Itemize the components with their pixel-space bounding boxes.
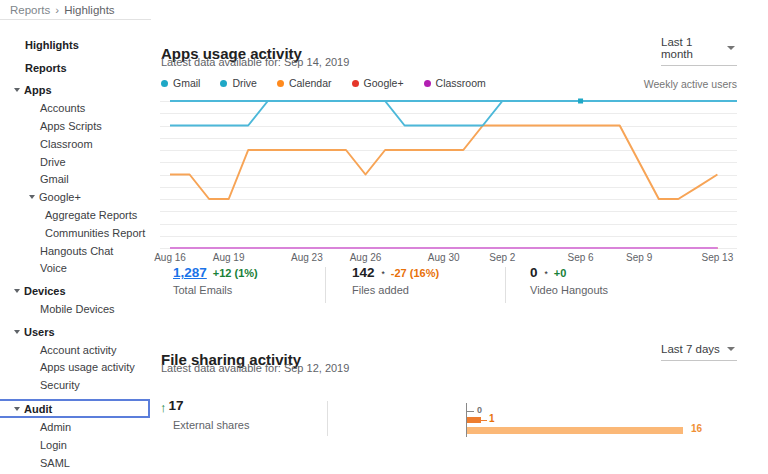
x-tick-label: Aug 26 [350, 252, 382, 263]
legend-item-drive: Drive [220, 77, 257, 89]
stat-files-added: 142*-27 (16%)Files added [352, 265, 439, 296]
legend-dot-google [352, 80, 359, 87]
legend-item-calendar: Calendar [277, 77, 332, 89]
sidebar-item-hangouts-chat[interactable]: Hangouts Chat [0, 242, 150, 260]
apps-usage-subtitle: Latest data available for: Sep 14, 2019 [161, 56, 349, 68]
chart-axis-note: Weekly active users [644, 78, 737, 90]
sidebar-item-label: Aggregate Reports [45, 209, 137, 221]
legend-label: Drive [232, 77, 257, 89]
bar-value-label: 0 [477, 405, 482, 415]
sidebar-item-label: Admin [40, 421, 71, 433]
external-shares-value: 17 [169, 398, 184, 413]
stat-label: Video Hangouts [530, 284, 608, 296]
sidebar-item-saml[interactable]: SAML [0, 454, 150, 472]
sidebar-item-label: Communities Report [45, 227, 145, 239]
file-sharing-subtitle: Latest data available for: Sep 12, 2019 [161, 362, 349, 374]
date-range-value: Last 7 days [661, 343, 720, 355]
zero-tick [466, 411, 474, 412]
sidebar-item-label: Accounts [40, 102, 85, 114]
bar-leader-line [481, 420, 487, 421]
sidebar-item-security[interactable]: Security [0, 376, 150, 394]
sidebar-item-users[interactable]: Users [0, 323, 150, 341]
expand-arrow-icon[interactable] [14, 407, 20, 411]
chart-legend: GmailDriveCalendarGoogle+Classroom [161, 77, 486, 89]
sidebar-item-label: Apps Scripts [40, 120, 102, 132]
stat-video-hangouts: 0*+0Video Hangouts [530, 265, 608, 296]
sidebar-item-label: Audit [24, 403, 52, 415]
sidebar-item-admin[interactable]: Admin [0, 418, 150, 436]
sidebar-item-reports[interactable]: Reports [0, 59, 150, 77]
stat-divider [505, 267, 506, 303]
expand-arrow-icon[interactable] [29, 195, 35, 199]
sidebar-item-label: Mobile Devices [40, 303, 115, 315]
x-tick-label: Sep 6 [567, 252, 593, 263]
sidebar-item-label: Security [40, 379, 80, 391]
sidebar-item-label: Drive [40, 156, 66, 168]
sidebar-item-label: Google+ [39, 191, 81, 203]
x-tick-label: Sep 13 [702, 252, 734, 263]
expand-arrow-icon[interactable] [14, 330, 20, 334]
x-tick-label: Sep 2 [489, 252, 515, 263]
date-range-dropdown-file-sharing[interactable]: Last 7 days [661, 343, 737, 361]
breadcrumb-reports-link[interactable]: Reports [10, 4, 50, 16]
sidebar-item-label: Users [24, 326, 55, 338]
sidebar-item-label: Voice [40, 262, 67, 274]
sidebar-item-devices[interactable]: Devices [0, 282, 150, 300]
sidebar-item-label: Reports [25, 62, 67, 74]
sidebar-item-login[interactable]: Login [0, 436, 150, 454]
sidebar-item-label: Devices [24, 285, 66, 297]
stat-footnote-mark: * [382, 269, 385, 279]
sidebar-item-communities-report[interactable]: Communities Report [0, 224, 150, 242]
sidebar-item-label: Classroom [40, 138, 93, 150]
legend-label: Google+ [364, 77, 404, 89]
stat-value-row: 142*-27 (16%) [352, 265, 439, 280]
sidebar-item-aggregate-reports[interactable]: Aggregate Reports [0, 206, 150, 224]
date-range-dropdown-apps-usage[interactable]: Last 1 month [661, 36, 737, 66]
sidebar-item-audit[interactable]: Audit [0, 399, 150, 418]
sidebar-item-accounts[interactable]: Accounts [0, 99, 150, 117]
stat-divider [325, 267, 326, 303]
external-shares-label: External shares [173, 419, 249, 431]
stat-footnote-mark: * [545, 269, 548, 279]
sidebar-item-apps-scripts[interactable]: Apps Scripts [0, 117, 150, 135]
external-shares-stat: ↑ 17 [160, 398, 184, 415]
date-range-value: Last 1 month [661, 36, 727, 60]
x-tick-label: Aug 16 [154, 252, 186, 263]
sidebar-item-label: Account activity [40, 344, 116, 356]
bar-segment [467, 417, 481, 423]
stat-value-link[interactable]: 1,287 [173, 265, 207, 280]
legend-label: Calendar [289, 77, 332, 89]
bar-value-label: 1 [489, 413, 495, 424]
sidebar-item-label: Login [40, 439, 67, 451]
stat-divider [327, 401, 328, 436]
legend-item-google: Google+ [352, 77, 404, 89]
file-sharing-bar-chart: 0116 [466, 403, 756, 445]
x-tick-label: Aug 30 [428, 252, 460, 263]
x-tick-label: Aug 19 [213, 252, 245, 263]
data-point-marker [578, 99, 583, 104]
sidebar-item-classroom[interactable]: Classroom [0, 135, 150, 153]
expand-arrow-icon[interactable] [14, 289, 20, 293]
x-tick-label: Aug 23 [291, 252, 323, 263]
sidebar-item-mobile-devices[interactable]: Mobile Devices [0, 300, 150, 318]
x-tick-label: Sep 9 [626, 252, 652, 263]
sidebar-item-gmail[interactable]: Gmail [0, 171, 150, 189]
sidebar-item-account-activity[interactable]: Account activity [0, 341, 150, 359]
chevron-down-icon [727, 46, 735, 50]
sidebar-item-voice[interactable]: Voice [0, 260, 150, 278]
expand-arrow-icon[interactable] [14, 88, 20, 92]
sidebar-item-apps[interactable]: Apps [0, 82, 150, 100]
legend-dot-calendar [277, 80, 284, 87]
stat-value-row: 0*+0 [530, 265, 608, 280]
sidebar-item-drive[interactable]: Drive [0, 153, 150, 171]
sidebar-item-apps-usage-activity[interactable]: Apps usage activity [0, 359, 150, 377]
legend-dot-classroom [424, 80, 431, 87]
sidebar-item-google[interactable]: Google+ [0, 188, 150, 206]
legend-item-gmail: Gmail [161, 77, 200, 89]
stat-delta: +12 (1%) [213, 267, 258, 279]
sidebar-item-label: Highlights [25, 39, 79, 51]
sidebar-item-highlights[interactable]: Highlights [0, 36, 150, 54]
trend-up-icon: ↑ [160, 400, 167, 415]
stat-delta: +0 [554, 267, 567, 279]
bar-segment [467, 427, 683, 434]
